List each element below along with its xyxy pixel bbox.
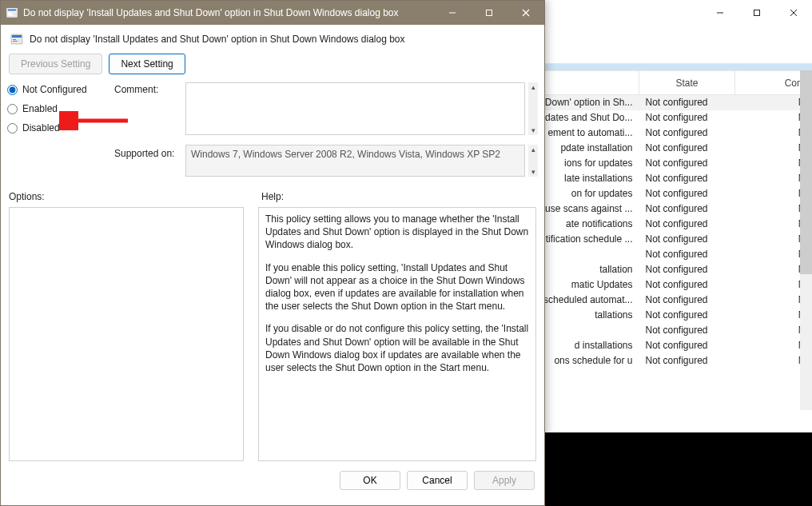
svg-rect-7 xyxy=(8,14,13,15)
svg-rect-1 xyxy=(754,10,760,16)
policy-subtitle: Do not display 'Install Updates and Shut… xyxy=(30,34,405,45)
bg-scrollbar-thumb[interactable] xyxy=(800,70,812,274)
help-paragraph-1: This policy setting allows you to manage… xyxy=(265,213,529,252)
help-panel: This policy setting allows you to manage… xyxy=(258,207,536,461)
radio-disabled-input[interactable] xyxy=(7,123,18,133)
bg-minimize-button[interactable] xyxy=(702,0,738,26)
supported-scrollbar[interactable]: ▴ ▾ xyxy=(528,145,538,177)
radio-not-configured-input[interactable] xyxy=(7,85,18,95)
dialog-close-button[interactable] xyxy=(508,1,544,25)
svg-rect-15 xyxy=(13,41,18,42)
dialog-titlebar[interactable]: Do not display 'Install Updates and Shut… xyxy=(1,1,544,25)
options-panel xyxy=(9,207,244,461)
scroll-up-icon[interactable]: ▴ xyxy=(528,145,538,154)
bg-console-area xyxy=(543,432,812,506)
dialog-maximize-button[interactable] xyxy=(471,1,508,25)
radio-not-configured-label: Not Configured xyxy=(22,84,87,95)
dialog-minimize-button[interactable] xyxy=(434,1,471,25)
svg-rect-6 xyxy=(8,13,11,14)
radio-enabled-input[interactable] xyxy=(7,104,18,114)
previous-setting-button: Previous Setting xyxy=(9,54,102,74)
bg-col-state[interactable]: State xyxy=(639,71,735,95)
help-paragraph-3: If you disable or do not configure this … xyxy=(265,322,529,374)
scroll-up-icon[interactable]: ▴ xyxy=(528,82,538,92)
bg-close-button[interactable] xyxy=(775,0,812,26)
comment-textarea[interactable] xyxy=(185,82,525,135)
radio-disabled-label: Disabled xyxy=(22,122,60,133)
comment-label: Comment: xyxy=(114,82,182,95)
svg-rect-14 xyxy=(13,39,16,40)
radio-enabled-label: Enabled xyxy=(22,103,58,114)
bg-maximize-button[interactable] xyxy=(738,0,775,26)
scroll-down-icon[interactable]: ▾ xyxy=(528,126,538,135)
bg-vertical-scrollbar[interactable] xyxy=(800,70,812,410)
help-label: Help: xyxy=(261,191,284,202)
radio-not-configured[interactable]: Not Configured xyxy=(7,84,111,95)
comment-scrollbar[interactable]: ▴ ▾ xyxy=(528,82,538,135)
cancel-button[interactable]: Cancel xyxy=(407,471,468,490)
ok-button[interactable]: OK xyxy=(340,471,400,490)
next-setting-button[interactable]: Next Setting xyxy=(109,54,185,74)
dialog-title-icon xyxy=(1,6,23,19)
policy-dialog: Do not display 'Install Updates and Shut… xyxy=(0,0,545,506)
radio-disabled[interactable]: Disabled xyxy=(7,122,111,133)
svg-rect-13 xyxy=(12,35,22,38)
supported-on-text: Windows 7, Windows Server 2008 R2, Windo… xyxy=(185,145,525,177)
apply-button: Apply xyxy=(474,471,535,490)
dialog-title: Do not display 'Install Updates and Shut… xyxy=(23,7,434,18)
scroll-down-icon[interactable]: ▾ xyxy=(528,167,538,177)
help-paragraph-2: If you enable this policy setting, 'Inst… xyxy=(265,261,529,313)
options-label: Options: xyxy=(9,191,247,202)
policy-icon xyxy=(10,33,23,46)
supported-on-label: Supported on: xyxy=(114,135,182,159)
radio-enabled[interactable]: Enabled xyxy=(7,103,111,114)
svg-rect-9 xyxy=(487,10,492,16)
svg-rect-5 xyxy=(7,9,17,11)
